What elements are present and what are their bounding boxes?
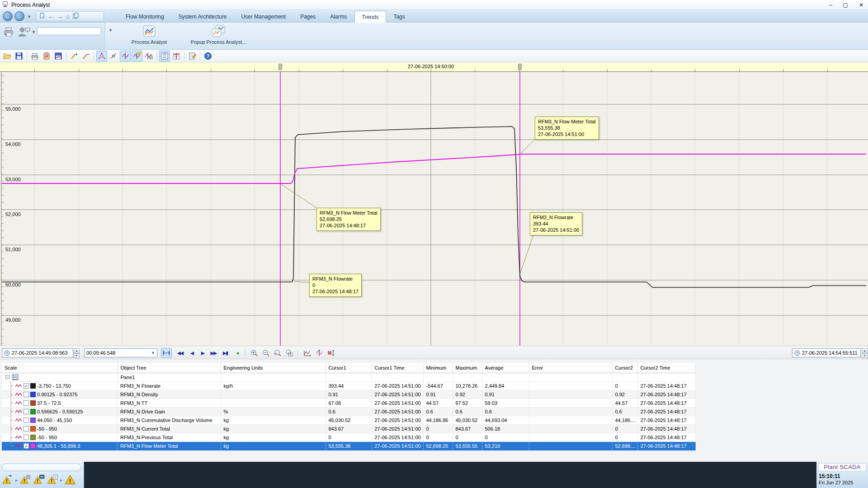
range-end-time-field[interactable]: 27-06-2025 14:54:55:511 — [792, 348, 861, 357]
bookmark-icon[interactable] — [39, 13, 45, 20]
range-start-time-field[interactable]: 27-06-2025 14:45:08:963 — [2, 348, 73, 357]
step-back-button[interactable]: ◀ — [186, 348, 197, 358]
undo-zoom-button[interactable] — [272, 348, 283, 358]
forward-button[interactable]: → — [14, 11, 24, 21]
legend-column-maximum[interactable]: Maximum — [453, 363, 482, 373]
end-time-spinner[interactable]: ▲▼ — [862, 348, 868, 357]
jump-forward-button[interactable]: ▶▶ — [208, 348, 219, 358]
tab-trends[interactable]: Trends — [354, 11, 387, 23]
legend-row-rfm3_n-previous-total[interactable]: -50 - 950RFM3_N Previous Totalkg027-06-2… — [2, 433, 695, 442]
legend-column-error[interactable]: Error — [529, 363, 612, 373]
cursor-1-handle[interactable] — [518, 64, 522, 70]
alarm-filter-input[interactable] — [2, 464, 81, 471]
user-session-icon[interactable] — [17, 26, 31, 38]
box-zoom-button[interactable] — [284, 348, 295, 358]
open-trend-button[interactable] — [2, 51, 13, 61]
pen-color-swatch[interactable] — [30, 392, 36, 397]
back-button[interactable]: ← — [3, 11, 13, 21]
time-scale-band[interactable]: 27-06-2025 14:50:00 — [0, 62, 868, 71]
tab-flow-monitoring[interactable]: Flow Monitoring — [118, 11, 171, 23]
tab-pages[interactable]: Pages — [293, 11, 323, 23]
alarm-page-icon[interactable]: ! — [65, 474, 75, 485]
legend-column-scale[interactable]: Scale — [2, 363, 118, 373]
jump-end-button[interactable]: ▶▮ — [220, 348, 231, 358]
legend-column-cursor2-time[interactable]: Cursor2 Time — [637, 363, 695, 373]
print-button[interactable] — [29, 51, 40, 61]
pen-color-swatch[interactable] — [30, 443, 36, 449]
start-time-spinner[interactable]: ▲▼ — [74, 348, 80, 357]
tab-user-management[interactable]: User Management — [234, 11, 293, 23]
legend-column-average[interactable]: Average — [482, 363, 529, 373]
process-analyst-button[interactable]: Process Analyst — [117, 24, 182, 48]
pen-visibility-checkbox[interactable] — [24, 392, 29, 397]
sync-cursors-button[interactable] — [171, 51, 182, 61]
pen-visibility-checkbox[interactable] — [24, 435, 29, 440]
trend-plot-area[interactable]: 55,00054,00053,00052,00051,00050,00049,0… — [0, 71, 868, 346]
tab-tags[interactable]: Tags — [386, 11, 412, 23]
jump-start-button[interactable]: ◀◀ — [175, 348, 185, 358]
zoom-in-button[interactable] — [249, 348, 259, 358]
live-mode-button[interactable]: ● — [232, 348, 243, 358]
scope-select-button[interactable] — [96, 51, 107, 61]
data-point-button[interactable] — [108, 51, 119, 61]
legend-column-minimum[interactable]: Minimum — [423, 363, 453, 373]
page-forward-icon[interactable]: → — [57, 13, 63, 20]
page-back-icon[interactable]: ← — [48, 13, 54, 20]
pen-color-swatch[interactable] — [30, 435, 36, 440]
alarm-sound-icon[interactable]: ! — [2, 474, 13, 485]
pen-color-swatch[interactable] — [30, 409, 36, 414]
cursor-lock-button[interactable] — [143, 51, 154, 61]
alarm-hardware-icon[interactable]: ! — [33, 474, 45, 485]
legend-header-row[interactable]: ScaleObject TreeEngineering UnitsCursor1… — [2, 363, 695, 373]
time-span-dropdown[interactable]: 00:09:46.548 ▼ — [84, 348, 157, 357]
quick-search-input[interactable] — [37, 27, 101, 35]
ribbon-overflow-caret-icon[interactable]: ▼ — [108, 28, 113, 33]
pen-visibility-checkbox[interactable] — [24, 426, 29, 432]
legend-row-rfm3_n-tt[interactable]: 37.5 - 72.5RFM3_N TT67.0827-06-2025 14:5… — [2, 399, 695, 408]
alarm-nav-arrow-icon[interactable]: ▸ — [15, 478, 18, 483]
pen-visibility-checkbox[interactable] — [24, 418, 29, 423]
alarm-nav-arrow-icon[interactable]: ▸ — [60, 478, 62, 483]
scale-cursor-button[interactable] — [314, 348, 325, 358]
legend-column-object-tree[interactable]: Object Tree — [118, 363, 221, 373]
nav-history-caret-icon[interactable]: ▼ — [27, 14, 31, 19]
legend-column-cursor1[interactable]: Cursor1 — [326, 363, 372, 373]
pen-color-swatch[interactable] — [30, 383, 36, 389]
legend-row-rfm3_n-cummulative-discharge-volume[interactable]: 44,050 - 45,150RFM3_N Cummulative Discha… — [2, 416, 695, 425]
pen-color-swatch[interactable] — [30, 418, 36, 423]
maximize-button[interactable]: ▢ — [843, 2, 848, 8]
help-button[interactable]: ? — [203, 51, 213, 61]
legend-toggle-button[interactable] — [159, 51, 170, 61]
close-button[interactable]: ✕ — [859, 2, 863, 8]
lock-span-button[interactable] — [161, 348, 172, 358]
legend-column-engineering-units[interactable]: Engineering Units — [221, 363, 326, 373]
copy-page-icon[interactable] — [73, 13, 79, 20]
remove-pen-button[interactable]: − — [80, 51, 91, 61]
pen-color-swatch[interactable] — [30, 426, 36, 432]
cursor-2-handle[interactable] — [278, 64, 282, 70]
export-trend-button[interactable] — [53, 51, 64, 61]
print-icon[interactable] — [3, 26, 14, 38]
minimize-button[interactable]: – — [829, 2, 832, 8]
legend-column-cursor1-time[interactable]: Cursor1 Time — [372, 363, 423, 373]
tab-alarms[interactable]: Alarms — [323, 11, 354, 23]
zoom-out-button[interactable] — [260, 348, 271, 358]
tab-system-architecture[interactable]: System Architecture — [171, 11, 234, 23]
legend-row-rfm3_n-flow-meter-total[interactable]: ✓48,305.1 - 55,898.3RFM3_N Flow Meter To… — [2, 442, 695, 450]
add-pen-button[interactable]: + — [69, 51, 80, 61]
cursor-2-button[interactable] — [132, 51, 142, 61]
cursor-1-button[interactable] — [120, 51, 131, 61]
collapse-icon[interactable]: − — [5, 375, 9, 379]
properties-button[interactable] — [187, 51, 198, 61]
alarm-delete-icon[interactable]: ! — [20, 474, 31, 485]
legend-row-rfm3_n-density[interactable]: 0.90125 - 0.92375RFM3_N Density0.9127-06… — [2, 390, 695, 399]
pen-visibility-checkbox[interactable]: ✓ — [24, 383, 29, 389]
stack-scales-button[interactable]: M — [326, 348, 336, 358]
popup-process-analyst-button[interactable]: Popup Process Analyst... — [183, 24, 254, 48]
step-forward-button[interactable]: ▶ — [197, 348, 208, 358]
legend-row-rfm3_n-flowrate[interactable]: ✓-3,750 - 13,750RFM3_N Flowratekg/h393.4… — [2, 381, 695, 390]
pen-visibility-checkbox[interactable] — [24, 400, 29, 406]
legend-row-rfm3_n-current-total[interactable]: -50 - 950RFM3_N Current Totalkg843.6727-… — [2, 425, 695, 433]
pen-color-swatch[interactable] — [30, 400, 36, 406]
pen-visibility-checkbox[interactable] — [24, 409, 29, 414]
